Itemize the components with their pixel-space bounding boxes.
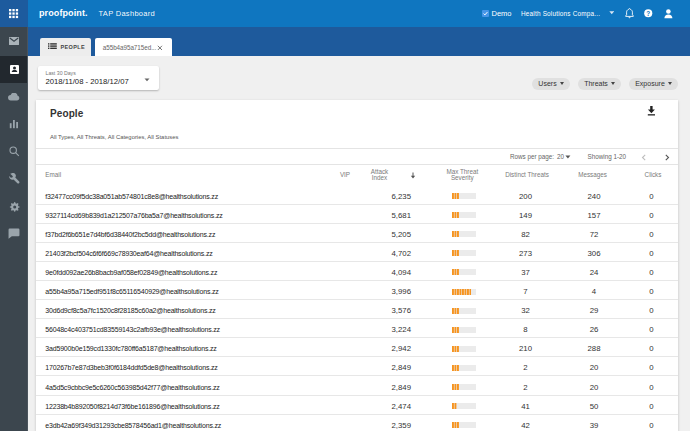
- svg-text:?: ?: [647, 9, 651, 16]
